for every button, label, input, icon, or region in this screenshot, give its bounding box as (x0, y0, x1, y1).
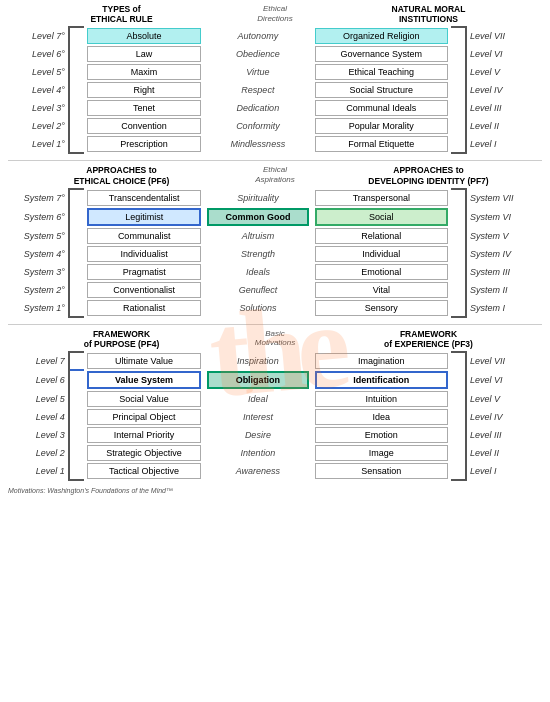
right-cell: Intuition (312, 390, 451, 408)
bracket-left (69, 227, 84, 245)
bracket-right (451, 370, 466, 390)
left-cell: Transcendentalist (84, 189, 204, 207)
section3-table: Level 7Ultimate ValueInspirationImaginat… (8, 351, 542, 481)
left-cell: Tactical Objective (84, 462, 204, 480)
bracket-left (69, 281, 84, 299)
left-cell: Conventionalist (84, 281, 204, 299)
bracket-left (69, 352, 84, 370)
level-label-right: Level IV (466, 81, 542, 99)
bracket-left (69, 245, 84, 263)
level-label-left: Level 2° (8, 117, 69, 135)
bracket-right (451, 81, 466, 99)
divider1 (8, 160, 542, 161)
table-row: Level 2°ConventionConformityPopular Mora… (8, 117, 542, 135)
left-cell: Law (84, 45, 204, 63)
divider2 (8, 324, 542, 325)
bracket-right (451, 390, 466, 408)
level-label-left: Level 3° (8, 99, 69, 117)
table-row: System 2°ConventionalistGenuflectVitalSy… (8, 281, 542, 299)
level-label-left: Level 3 (8, 426, 69, 444)
level-label-left: System 5° (8, 227, 69, 245)
level-label-right: Level V (466, 390, 542, 408)
left-cell: Prescription (84, 135, 204, 153)
section1-col3-title: NATURAL MORALINSTITUTIONS (315, 4, 542, 24)
level-label-left: Level 7° (8, 27, 69, 45)
bracket-left (69, 99, 84, 117)
level-label-left: Level 7 (8, 352, 69, 370)
section1-table: Level 7°AbsoluteAutonomyOrganized Religi… (8, 26, 542, 154)
mid-cell: Inspiration (204, 352, 312, 370)
bracket-left (69, 263, 84, 281)
right-cell: Popular Morality (312, 117, 451, 135)
mid-cell: Desire (204, 426, 312, 444)
level-label-left: Level 4° (8, 81, 69, 99)
section3-col3-title: FRAMEWORKof EXPERIENCE (PF3) (315, 329, 542, 349)
level-label-right: System III (466, 263, 542, 281)
bracket-right (451, 189, 466, 207)
section3-col2-title: BasicMotivations (235, 329, 315, 349)
bracket-left (69, 81, 84, 99)
table-row: Level 7°AbsoluteAutonomyOrganized Religi… (8, 27, 542, 45)
bracket-right (451, 63, 466, 81)
bracket-right (451, 245, 466, 263)
left-cell: Absolute (84, 27, 204, 45)
bracket-left (69, 299, 84, 317)
bracket-right (451, 117, 466, 135)
right-cell: Social Structure (312, 81, 451, 99)
right-cell: Communal Ideals (312, 99, 451, 117)
table-row: Level 6Value SystemObligationIdentificat… (8, 370, 542, 390)
level-label-left: System 3° (8, 263, 69, 281)
table-row: Level 5Social ValueIdealIntuitionLevel V (8, 390, 542, 408)
left-cell: Right (84, 81, 204, 99)
level-label-left: Level 5° (8, 63, 69, 81)
table-row: Level 4Principal ObjectInterestIdeaLevel… (8, 408, 542, 426)
table-row: Level 7Ultimate ValueInspirationImaginat… (8, 352, 542, 370)
section2-col1-title: APPROACHES toETHICAL CHOICE (PF6) (8, 165, 235, 185)
level-label-left: Level 6° (8, 45, 69, 63)
level-label-right: Level IV (466, 408, 542, 426)
mid-cell: Spirituality (204, 189, 312, 207)
table-row: Level 4°RightRespectSocial StructureLeve… (8, 81, 542, 99)
level-label-left: System 1° (8, 299, 69, 317)
section2-col3-title: APPROACHES toDEVELOPING IDENTITY (PF7) (315, 165, 542, 185)
right-cell: Formal Etiquette (312, 135, 451, 153)
right-cell: Image (312, 444, 451, 462)
mid-cell: Mindlessness (204, 135, 312, 153)
right-cell: Governance System (312, 45, 451, 63)
bracket-right (451, 45, 466, 63)
table-row: Level 2Strategic ObjectiveIntentionImage… (8, 444, 542, 462)
left-cell: Convention (84, 117, 204, 135)
table-row: System 6°LegitimistCommon GoodSocialSyst… (8, 207, 542, 227)
mid-cell: Altruism (204, 227, 312, 245)
left-cell: Maxim (84, 63, 204, 81)
left-cell: Social Value (84, 390, 204, 408)
level-label-right: Level V (466, 63, 542, 81)
right-cell: Relational (312, 227, 451, 245)
mid-cell: Obedience (204, 45, 312, 63)
level-label-left: System 2° (8, 281, 69, 299)
right-cell: Ethical Teaching (312, 63, 451, 81)
section3-col1-title: FRAMEWORKof PURPOSE (PF4) (8, 329, 235, 349)
level-label-right: Level I (466, 135, 542, 153)
section2-header: APPROACHES toETHICAL CHOICE (PF6) Ethica… (8, 165, 542, 185)
bracket-left (69, 207, 84, 227)
left-cell: Tenet (84, 99, 204, 117)
bracket-left (69, 135, 84, 153)
mid-cell: Autonomy (204, 27, 312, 45)
level-label-right: Level VII (466, 27, 542, 45)
level-label-right: System IV (466, 245, 542, 263)
level-label-right: Level VI (466, 370, 542, 390)
right-cell: Individual (312, 245, 451, 263)
mid-cell: Respect (204, 81, 312, 99)
bracket-left (69, 45, 84, 63)
section3-header: FRAMEWORKof PURPOSE (PF4) BasicMotivatio… (8, 329, 542, 349)
right-cell: Organized Religion (312, 27, 451, 45)
level-label-right: System VI (466, 207, 542, 227)
mid-cell: Ideals (204, 263, 312, 281)
mid-cell: Obligation (204, 370, 312, 390)
bracket-right (451, 281, 466, 299)
level-label-left: Level 6 (8, 370, 69, 390)
bracket-right (451, 426, 466, 444)
table-row: Level 3°TenetDedicationCommunal IdealsLe… (8, 99, 542, 117)
bracket-right (451, 99, 466, 117)
